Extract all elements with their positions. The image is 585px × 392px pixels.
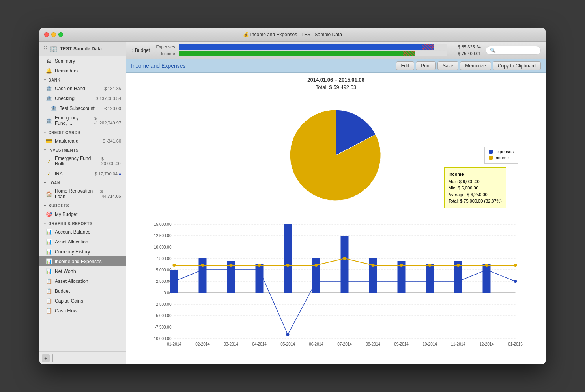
traffic-lights	[44, 32, 63, 37]
dot	[315, 280, 318, 283]
budget-icon: 🎯	[46, 211, 52, 217]
sidebar-item-home-loan[interactable]: 🏠 Home Renovation Loan $ -44,714.05	[39, 186, 126, 201]
sidebar-item-label: Reminders	[55, 68, 78, 74]
summary-icon: 🗂	[46, 58, 52, 64]
collapse-icon: ▼	[43, 222, 47, 225]
sidebar-item-currency-history[interactable]: 📊 Currency History	[39, 247, 126, 256]
edit-button[interactable]: Edit	[396, 61, 415, 70]
bank-section: ▼ BANK	[39, 76, 126, 84]
x-label: 04-2014	[252, 342, 267, 346]
sidebar-item-ira[interactable]: ✓ IRA $ 17,700.04 ●	[39, 169, 126, 178]
sidebar-item-my-budget[interactable]: 🎯 My Budget	[39, 209, 126, 219]
dot	[485, 264, 488, 267]
sidebar-item-cash[interactable]: 🏦 Cash on Hand $ 131.35	[39, 84, 126, 93]
sidebar-item-reminders[interactable]: 🔔 Reminders	[39, 66, 126, 76]
collapse-icon: ▼	[43, 149, 47, 152]
income-label: Income:	[155, 51, 176, 56]
loan-icon: 🏠	[46, 191, 52, 197]
sidebar-item-label: Cash Flow	[55, 308, 77, 314]
x-label: 05-2014	[280, 342, 295, 346]
maximize-button[interactable]	[58, 32, 63, 37]
bar-may	[284, 224, 292, 293]
total-label: Total: $ 59,492.53	[134, 84, 538, 90]
sidebar-item-account-balance[interactable]: 📊 Account Balance	[39, 227, 126, 237]
sidebar-item-label: Currency History	[55, 249, 90, 255]
report-icon: 📋	[46, 308, 52, 314]
dot	[514, 280, 517, 283]
x-label: 11-2014	[451, 342, 465, 346]
expenses-row: Expenses: $ 85,325.24	[155, 44, 481, 50]
memorize-button[interactable]: Memorize	[460, 61, 491, 70]
dot	[315, 264, 318, 267]
income-fill	[179, 51, 415, 56]
x-label: 08-2014	[366, 342, 380, 346]
sidebar-item-cash-flow[interactable]: 📋 Cash Flow	[39, 306, 126, 316]
y-label: 12,500.00	[154, 234, 172, 238]
sidebar-item-label: Income and Expenses	[55, 259, 102, 264]
y-label: 7,500.00	[156, 256, 172, 261]
account-value: $ 137,083.54	[96, 96, 121, 101]
dot	[258, 268, 261, 271]
bar-jul	[341, 236, 349, 293]
main-content: ÷ Budget Expenses: $ 85,325.24 Income:	[126, 42, 546, 364]
copy-clipboard-button[interactable]: Copy to Clipboard	[493, 61, 541, 70]
sidebar-item-mastercard[interactable]: 💳 Mastercard $ -341.60	[39, 136, 126, 146]
graph-icon: 📊	[46, 229, 52, 235]
bank-icon: 🏦	[50, 105, 57, 111]
y-label: 5,000.00	[156, 268, 172, 272]
income-overage	[403, 51, 415, 56]
account-value: $ 131.35	[104, 86, 121, 91]
tooltip-title: Income	[449, 171, 502, 178]
sidebar-item-label: Budget	[55, 288, 70, 294]
income-value: $ 75,400.01	[449, 51, 481, 56]
dot	[485, 268, 488, 271]
sidebar-header: ⠿ 🏢 TEST Sample Data	[39, 42, 126, 56]
bar-oct	[426, 264, 434, 293]
y-label: -5,000.00	[155, 314, 172, 318]
save-button[interactable]: Save	[437, 61, 458, 70]
close-button[interactable]	[44, 32, 49, 37]
income-bar	[179, 51, 447, 56]
x-label: 07-2014	[337, 342, 352, 346]
x-label: 09-2014	[394, 342, 409, 346]
add-account-button[interactable]: +	[42, 354, 50, 362]
y-label: 15,000.00	[154, 222, 172, 227]
bank-icon: 🏦	[46, 95, 52, 101]
sidebar-item-asset-alloc-graph[interactable]: 📊 Asset Allocation	[39, 237, 126, 247]
sidebar-item-emergency-fund[interactable]: 🏦 Emergency Fund, ... $ -1,202,049.97	[39, 113, 126, 128]
search-input[interactable]	[486, 46, 541, 55]
expenses-value: $ 85,325.24	[449, 45, 481, 49]
account-value: $ -1,202,049.97	[94, 116, 121, 125]
section-label: BUDGETS	[48, 204, 69, 208]
graph-icon: 📊	[46, 258, 52, 264]
sidebar-footer: +	[39, 351, 126, 364]
y-label: -7,500.00	[155, 325, 172, 329]
graph-icon: 📊	[46, 268, 52, 274]
sidebar-item-asset-alloc-report[interactable]: 📋 Asset Allocation	[39, 276, 126, 286]
sidebar-item-capital-gains[interactable]: 📋 Capital Gains	[39, 296, 126, 306]
graph-icon: 📊	[46, 239, 52, 245]
minimize-button[interactable]	[51, 32, 56, 37]
bank-icon: 🏦	[46, 85, 52, 91]
sidebar-item-net-worth[interactable]: 📊 Net Worth	[39, 266, 126, 276]
resize-handle[interactable]	[52, 354, 53, 362]
x-label: 01-2015	[508, 342, 523, 346]
y-label: 2,500.00	[156, 279, 172, 284]
sidebar-item-summary[interactable]: 🗂 Summary	[39, 56, 126, 66]
report-icon: 📋	[46, 298, 52, 304]
sidebar-item-label: Account Balance	[55, 229, 90, 235]
dot	[201, 264, 204, 267]
sidebar-item-checking[interactable]: 🏦 Checking $ 137,083.54	[39, 93, 126, 103]
dot	[514, 264, 517, 267]
investments-section: ▼ INVESTMENTS	[39, 146, 126, 154]
sidebar-item-test-sub[interactable]: 🏦 Test Subaccount € 123.00	[39, 103, 126, 113]
budget-bars: Expenses: $ 85,325.24 Income:	[155, 44, 481, 56]
legend-expenses: Expenses	[489, 149, 514, 154]
credit-section: ▼ CREDIT CARDS	[39, 128, 126, 136]
sidebar-item-label: Checking	[55, 96, 75, 101]
account-value: $ -44,714.05	[100, 189, 121, 199]
sidebar-item-budget-report[interactable]: 📋 Budget	[39, 286, 126, 296]
print-button[interactable]: Print	[416, 61, 436, 70]
sidebar-item-emerg-rolling[interactable]: ✓ Emergency Fund Rolli... $ 20,000.00	[39, 154, 126, 169]
sidebar-item-income-expenses[interactable]: 📊 Income and Expenses	[39, 256, 126, 266]
